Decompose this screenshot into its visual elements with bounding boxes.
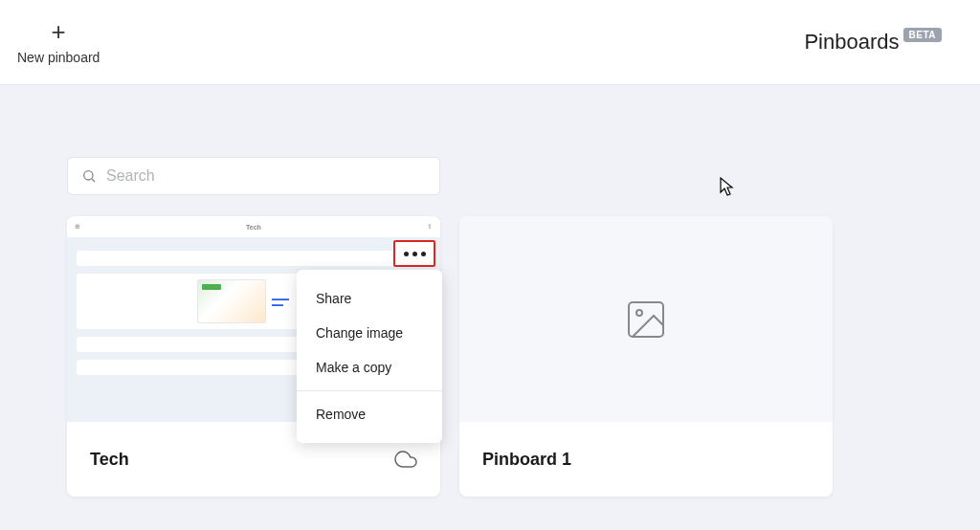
- preview-row: [77, 251, 431, 266]
- menu-item-share[interactable]: Share: [297, 281, 442, 316]
- new-pinboard-button[interactable]: + New pinboard: [17, 19, 100, 65]
- preview-thumb: [197, 279, 266, 323]
- svg-point-3: [636, 310, 642, 316]
- preview-title: Tech: [246, 224, 261, 231]
- svg-line-1: [92, 179, 95, 182]
- search-box[interactable]: [67, 157, 440, 195]
- menu-item-make-copy[interactable]: Make a copy: [297, 350, 442, 385]
- beta-badge: BETA: [903, 28, 942, 42]
- header: + New pinboard Pinboards BETA: [0, 0, 980, 85]
- image-placeholder-icon: [623, 297, 669, 342]
- content-area: ⊕ Tech ⇧ ▬▬▬▬▬ Share: [0, 85, 980, 497]
- ellipsis-icon: [404, 252, 426, 256]
- context-menu: Share Change image Make a copy Remove: [297, 270, 442, 443]
- card-title: Tech: [90, 450, 129, 470]
- cloud-icon: [394, 448, 417, 471]
- more-options-button[interactable]: [393, 240, 435, 267]
- card-preview-empty: [459, 216, 833, 422]
- pinboard-grid: ⊕ Tech ⇧ ▬▬▬▬▬ Share: [67, 216, 913, 497]
- menu-item-remove[interactable]: Remove: [297, 397, 442, 431]
- preview-topbar: ⊕ Tech ⇧: [67, 216, 440, 237]
- search-icon: [81, 168, 97, 184]
- pinboard-card[interactable]: Pinboard 1: [459, 216, 833, 497]
- card-title: Pinboard 1: [482, 450, 571, 470]
- pinboard-card[interactable]: ⊕ Tech ⇧ ▬▬▬▬▬ Share: [67, 216, 440, 497]
- svg-point-0: [84, 171, 93, 180]
- new-pinboard-label: New pinboard: [17, 50, 100, 65]
- card-preview: ⊕ Tech ⇧ ▬▬▬▬▬ Share: [67, 216, 440, 422]
- page-title: Pinboards: [804, 30, 899, 55]
- plus-icon: +: [52, 19, 66, 44]
- menu-item-change-image[interactable]: Change image: [297, 316, 442, 350]
- search-input[interactable]: [106, 167, 426, 185]
- page-title-wrap: Pinboards BETA: [804, 30, 942, 55]
- menu-divider: [297, 390, 442, 391]
- card-footer: Pinboard 1: [459, 422, 833, 497]
